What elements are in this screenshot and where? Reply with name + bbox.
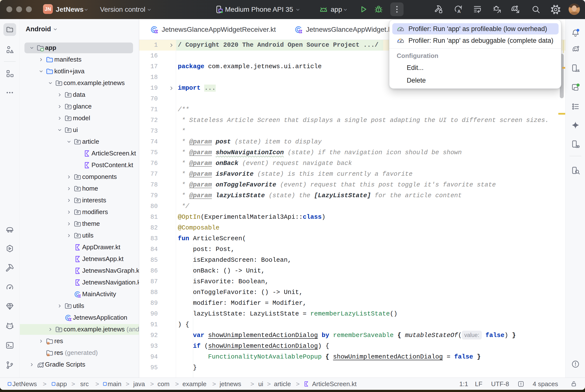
svg-text:A: A (457, 9, 461, 14)
